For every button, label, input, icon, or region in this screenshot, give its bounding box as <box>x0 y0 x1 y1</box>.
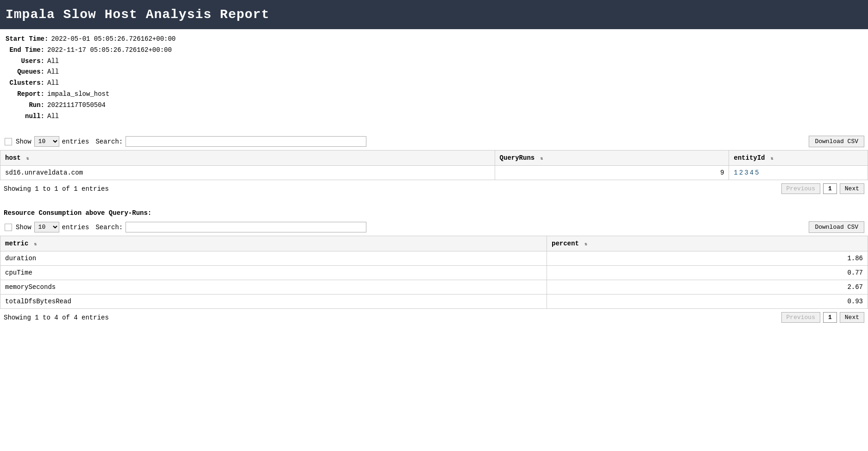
table2-entries-label: entries <box>62 224 89 231</box>
report-label: Report: <box>6 89 47 100</box>
start-time-label: Start Time: <box>6 34 51 45</box>
clusters-label: Clusters: <box>6 78 47 89</box>
null-label: null: <box>6 111 47 122</box>
title-text: Impala Slow Host Analysis Report <box>6 7 270 22</box>
queryruns-sort-icon: ⇅ <box>541 156 543 161</box>
table2-cell-percent: 0.77 <box>547 266 868 280</box>
entity-link[interactable]: 2 <box>739 169 743 176</box>
table2-pagination: Showing 1 to 4 of 4 entries Previous 1 N… <box>0 309 868 326</box>
page-title: Impala Slow Host Analysis Report <box>0 0 868 29</box>
null-value: All <box>47 111 59 122</box>
entity-link[interactable]: 4 <box>750 169 754 176</box>
table1-col-queryruns[interactable]: QueryRuns ⇅ <box>495 150 729 166</box>
table-row: cpuTime0.77 <box>0 266 868 280</box>
table2-page1-btn[interactable]: 1 <box>823 312 837 323</box>
table1-checkbox[interactable] <box>5 138 12 145</box>
percent-sort-icon: ⇅ <box>585 241 587 247</box>
table2-show-label: Show <box>16 224 31 231</box>
clusters-value: All <box>47 78 59 89</box>
table2-cell-percent: 1.86 <box>547 251 868 266</box>
users-value: All <box>47 56 59 67</box>
table1-page1-btn[interactable]: 1 <box>823 183 837 194</box>
table2-download-btn[interactable]: Download CSV <box>809 221 864 233</box>
report-value: impala_slow_host <box>47 89 109 100</box>
entity-link[interactable]: 3 <box>744 169 748 176</box>
host-sort-icon: ⇅ <box>26 156 29 161</box>
table2-checkbox[interactable] <box>5 224 12 231</box>
table1-cell-queryruns: 9 <box>495 166 729 180</box>
table-row: memorySeconds2.67 <box>0 280 868 294</box>
table2-controls: Show 10 25 50 100 entries Search: Downlo… <box>0 219 868 236</box>
users-label: Users: <box>6 56 47 67</box>
table1-controls: Show 10 25 50 100 entries Search: Downlo… <box>0 133 868 150</box>
run-value: 20221117T050504 <box>47 100 106 111</box>
end-time-value: 2022-11-17 05:05:26.726162+00:00 <box>47 45 172 56</box>
table1-show-select[interactable]: 10 25 50 100 <box>34 136 59 147</box>
table2-search-input[interactable] <box>126 222 366 232</box>
queues-label: Queues: <box>6 67 47 78</box>
table1-search-input[interactable] <box>126 136 366 147</box>
queues-value: All <box>47 67 59 78</box>
table2-col-metric[interactable]: metric ⇅ <box>0 236 547 251</box>
metric-sort-icon: ⇅ <box>34 241 37 247</box>
table2-cell-percent: 0.93 <box>547 294 868 309</box>
table1-download-btn[interactable]: Download CSV <box>809 136 864 147</box>
entity-link[interactable]: 1 <box>734 169 737 176</box>
entity-link[interactable]: 5 <box>755 169 759 176</box>
table1-pagination-controls: Previous 1 Next <box>781 183 864 194</box>
table1-next-btn[interactable]: Next <box>840 183 864 194</box>
table2-cell-metric: totalDfsBytesRead <box>0 294 547 309</box>
table-row: totalDfsBytesRead0.93 <box>0 294 868 309</box>
table1-cell-entityid: 12345 <box>729 166 868 180</box>
table2-showing: Showing 1 to 4 of 4 entries <box>4 314 109 321</box>
table1-search-label: Search: <box>95 138 123 145</box>
section2-title: Resource Consumption above Query-Runs: <box>0 206 868 219</box>
table2-cell-metric: cpuTime <box>0 266 547 280</box>
table2-cell-percent: 2.67 <box>547 280 868 294</box>
table1-prev-btn[interactable]: Previous <box>781 183 820 194</box>
table2-cell-metric: memorySeconds <box>0 280 547 294</box>
end-time-label: End Time: <box>6 45 47 56</box>
table2-col-percent[interactable]: percent ⇅ <box>547 236 868 251</box>
entityid-sort-icon: ⇅ <box>771 156 774 161</box>
table1-col-entityid[interactable]: entityId ⇅ <box>729 150 868 166</box>
table1-show-label: Show <box>16 138 31 145</box>
table1-col-host[interactable]: host ⇅ <box>0 150 495 166</box>
table2-next-btn[interactable]: Next <box>840 312 864 323</box>
table2-search-label: Search: <box>95 224 123 231</box>
table-row: sd16.unraveldata.com912345 <box>0 166 868 180</box>
table2-prev-btn[interactable]: Previous <box>781 312 820 323</box>
table2-cell-metric: duration <box>0 251 547 266</box>
table2-pagination-controls: Previous 1 Next <box>781 312 864 323</box>
table1-entries-label: entries <box>62 138 89 145</box>
table1-pagination: Showing 1 to 1 of 1 entries Previous 1 N… <box>0 180 868 197</box>
table-row: duration1.86 <box>0 251 868 266</box>
start-time-value: 2022-05-01 05:05:26.726162+00:00 <box>51 34 176 45</box>
run-label: Run: <box>6 100 47 111</box>
table1-cell-host: sd16.unraveldata.com <box>0 166 495 180</box>
meta-section: Start Time: 2022-05-01 05:05:26.726162+0… <box>0 29 868 125</box>
table1: host ⇅ QueryRuns ⇅ entityId ⇅ sd16.unrav… <box>0 150 868 180</box>
table2-show-select[interactable]: 10 25 50 100 <box>34 222 59 232</box>
table1-showing: Showing 1 to 1 of 1 entries <box>4 185 109 193</box>
table2: metric ⇅ percent ⇅ duration1.86cpuTime0.… <box>0 236 868 309</box>
